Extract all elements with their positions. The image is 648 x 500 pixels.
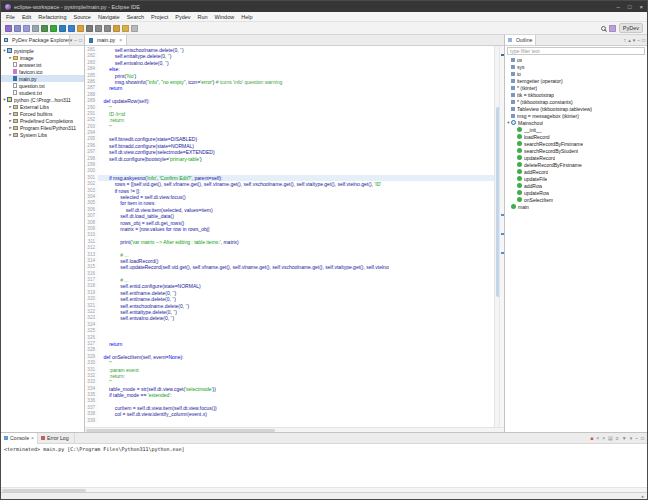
console-horizontal-scrollbar[interactable] xyxy=(1,487,647,492)
menu-item[interactable]: Edit xyxy=(22,14,31,20)
view-menu-icon[interactable]: ▾ xyxy=(633,37,636,43)
menu-item[interactable]: Search xyxy=(127,14,144,20)
menu-item[interactable]: Source xyxy=(74,14,91,20)
outline-item[interactable]: ▾ Mainschool xyxy=(505,119,647,126)
close-window-button[interactable]: × xyxy=(639,4,643,10)
tree-item[interactable]: ▸ External Libs xyxy=(1,103,84,110)
outline-item[interactable]: Tableview (ttkbootstrap.tableview) xyxy=(505,105,647,112)
prev-annotation-icon[interactable] xyxy=(104,25,111,32)
new-wizard-icon[interactable] xyxy=(5,25,12,32)
maximize-view-icon[interactable]: □ xyxy=(642,37,645,43)
search-icon[interactable] xyxy=(86,25,93,32)
overview-mark[interactable] xyxy=(501,54,504,56)
remove-all-launches-icon[interactable]: × xyxy=(602,436,605,441)
menu-item[interactable]: Project xyxy=(151,14,168,20)
terminate-icon[interactable]: ■ xyxy=(590,436,593,441)
outline-item[interactable]: __init__ xyxy=(505,126,647,133)
close-editor-tab-icon[interactable]: × xyxy=(119,37,122,43)
outline-item[interactable]: os xyxy=(505,56,647,63)
overview-ruler[interactable] xyxy=(499,46,504,427)
overview-mark[interactable] xyxy=(501,214,504,216)
external-tools-icon[interactable] xyxy=(59,25,66,32)
outline-item[interactable]: addRecord xyxy=(505,168,647,175)
perspective-pydev-button[interactable]: PyDev xyxy=(619,23,643,33)
scroll-lock-icon[interactable]: ≡ xyxy=(616,436,619,441)
view-menu-icon[interactable]: ▾ xyxy=(70,37,73,43)
maximize-view-icon[interactable]: □ xyxy=(79,37,82,43)
outline-item[interactable]: searchRecordByFirstname xyxy=(505,140,647,147)
clear-console-icon[interactable]: ▤ xyxy=(608,436,613,441)
save-icon[interactable] xyxy=(14,25,21,32)
tree-item[interactable]: student.txt xyxy=(1,89,84,96)
console-output[interactable]: <terminated> main.py [C:\Program Files\P… xyxy=(1,444,647,487)
outline-filter-input[interactable] xyxy=(507,47,645,55)
close-tab-icon[interactable]: × xyxy=(31,435,34,441)
code-area[interactable]: 281 self.entschoolname.delete(0, '')282 … xyxy=(85,46,494,427)
debug-icon[interactable] xyxy=(41,25,48,32)
tree-item[interactable]: ▸ image xyxy=(1,54,84,61)
menu-item[interactable]: File xyxy=(6,14,15,20)
scrollbar-thumb[interactable] xyxy=(2,489,86,493)
overview-mark[interactable] xyxy=(501,252,504,254)
new-pydev-package-icon[interactable] xyxy=(77,25,84,32)
outline-item[interactable]: updateFile xyxy=(505,175,647,182)
editor-horizontal-scrollbar[interactable] xyxy=(85,427,504,432)
outline-item[interactable]: ttk = ttkbootstrap xyxy=(505,91,647,98)
outline-item[interactable]: onSelectItem xyxy=(505,196,647,203)
tree-item[interactable]: ▸ Program Files/Python311 xyxy=(1,124,84,131)
tree-item[interactable]: ▸ Forced builtins xyxy=(1,110,84,117)
menu-item[interactable]: Run xyxy=(198,14,208,20)
outline-item[interactable]: sys xyxy=(505,63,647,70)
outline-item[interactable]: * (ttkbootstrap.constants) xyxy=(505,98,647,105)
maximize-view-icon[interactable]: □ xyxy=(641,436,644,441)
forward-icon[interactable] xyxy=(131,25,138,32)
open-console-icon[interactable]: ▾ xyxy=(630,436,633,441)
tree-item[interactable]: question.txt xyxy=(1,82,84,89)
tree-item[interactable]: ▾ pysimple xyxy=(1,47,84,54)
sort-icon[interactable]: ↕ xyxy=(624,37,627,43)
maximize-window-button[interactable]: □ xyxy=(628,4,632,10)
pin-console-icon[interactable]: ▼ xyxy=(622,436,627,441)
notifications-icon[interactable]: ● xyxy=(641,494,644,499)
tree-item[interactable]: main.py xyxy=(1,75,84,82)
minimize-view-icon[interactable]: – xyxy=(635,436,638,441)
menu-item[interactable]: Navigate xyxy=(98,14,120,20)
remove-launch-icon[interactable]: × xyxy=(596,436,599,441)
outline-item[interactable]: msg = messagebox (tkinter) xyxy=(505,112,647,119)
outline-item[interactable]: updateRow xyxy=(505,189,647,196)
tree-item[interactable]: ▾ python (C:\Progr...hon311 xyxy=(1,96,84,103)
outline-item[interactable]: addRow xyxy=(505,182,647,189)
outline-item[interactable]: deleteRecordByFirstname xyxy=(505,161,647,168)
run-icon[interactable] xyxy=(50,25,57,32)
console-view-tab[interactable]: Console × xyxy=(1,433,38,444)
outline-item[interactable]: searchRecordByStudent xyxy=(505,147,647,154)
outline-item[interactable]: updateRecord xyxy=(505,154,647,161)
outline-item[interactable]: io xyxy=(505,70,647,77)
print-icon[interactable] xyxy=(32,25,39,32)
tree-item[interactable]: ▸ Predefined Completions xyxy=(1,117,84,124)
tree-item[interactable]: ▸ System Libs xyxy=(1,131,84,138)
back-icon[interactable] xyxy=(122,25,129,32)
overview-mark[interactable] xyxy=(501,233,504,235)
tree-item[interactable]: answer.txt xyxy=(1,61,84,68)
collapse-all-icon[interactable]: ▴ xyxy=(628,37,631,43)
quick-access-search-icon[interactable] xyxy=(601,26,606,31)
package-explorer-tab[interactable]: PyDev Package Explorer xyxy=(1,35,70,46)
next-annotation-icon[interactable] xyxy=(95,25,102,32)
save-all-icon[interactable] xyxy=(23,25,30,32)
editor-tab-main-py[interactable]: main.py × xyxy=(85,35,127,45)
outline-item[interactable]: * (tkinter) xyxy=(505,84,647,91)
code-line[interactable]: 339 xyxy=(85,418,494,424)
outline-item[interactable]: main xyxy=(505,203,647,210)
menu-item[interactable]: Pydev xyxy=(175,14,190,20)
minimize-view-icon[interactable]: – xyxy=(74,37,77,43)
last-edit-location-icon[interactable] xyxy=(113,25,120,32)
minimize-view-icon[interactable]: – xyxy=(637,37,640,43)
tree-item[interactable]: favicon.ico xyxy=(1,68,84,75)
new-pydev-module-icon[interactable] xyxy=(68,25,75,32)
menu-item[interactable]: Window xyxy=(215,14,235,20)
scrollbar-thumb[interactable] xyxy=(86,429,275,433)
outline-item[interactable]: loadRecord xyxy=(505,133,647,140)
outline-item[interactable]: itemgetter (operator) xyxy=(505,77,647,84)
outline-tab[interactable]: Outline xyxy=(505,35,536,46)
